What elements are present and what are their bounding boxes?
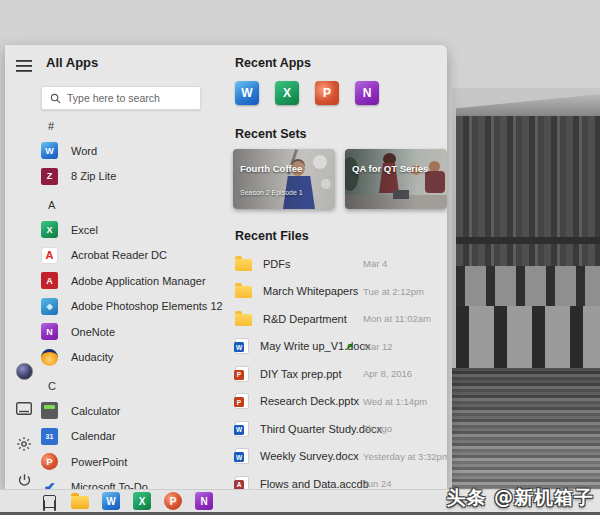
acrobat-icon [41,247,58,264]
file-date: Apr 8, 2016 [363,368,412,379]
powerpoint-icon[interactable] [164,492,183,511]
all-apps-column: All Apps # Word 8 Zip Lite A Excel A [41,45,221,489]
recent-apps-title: Recent Apps [235,56,447,70]
adobe-application-manager-icon [41,272,58,289]
card-overlay [345,149,447,209]
app-item-excel[interactable]: Excel [41,217,221,243]
windows-icon[interactable] [10,492,28,510]
file-row-flows-and-data[interactable]: Flows and Data.accdb Jun 24 [227,470,447,489]
recent-sets-title: Recent Sets [235,127,447,141]
photo-stilts [456,306,600,368]
power-icon[interactable] [13,469,35,489]
section-letter[interactable]: A [48,199,221,213]
access-doc-icon [235,476,249,489]
avatar [16,363,33,380]
set-card-qa-for-qt-series[interactable]: QA for QT Series [345,149,447,209]
app-item-powerpoint[interactable]: PowerPoint [41,449,221,475]
card-subtitle: Season 2 Episode 1 [240,189,303,196]
calendar-icon [41,428,58,445]
section-letter[interactable]: # [48,120,221,134]
app-item-onenote[interactable]: OneNote [41,319,221,345]
file-date: Jun 24 [363,478,392,489]
file-date: Mar 4 [363,258,387,269]
app-item-adobe-application-manager[interactable]: Adobe Application Manager [41,268,221,294]
section-letter[interactable]: C [48,380,221,394]
powerpoint-icon[interactable] [315,81,339,105]
recent-files-title: Recent Files [235,229,447,243]
menu-icon[interactable] [13,55,35,77]
recent-apps-row [235,81,447,105]
task-view-icon[interactable] [40,492,59,511]
file-row-diy-tax-prep[interactable]: DIY Tax prep.ppt Apr 8, 2016 [227,360,447,388]
calculator-icon [41,402,58,419]
recent-column: Recent Apps Recent Sets Fourth Coffee Se… [227,45,447,489]
app-item-word[interactable]: Word [41,138,221,164]
word-icon[interactable] [102,492,121,511]
card-title: Fourth Coffee [240,163,302,174]
recent-files-list: PDFs Mar 4 March Whitepapers Tue at 2:12… [227,250,447,489]
todo-icon [41,479,58,489]
app-item-acrobat-reader[interactable]: Acrobat Reader DC [41,243,221,269]
start-menu-rail [5,45,41,489]
file-row-pdfs[interactable]: PDFs Mar 4 [227,250,447,278]
documents-icon[interactable] [13,397,35,419]
app-item-calendar[interactable]: Calendar [41,424,221,450]
start-menu-panel: All Apps # Word 8 Zip Lite A Excel A [5,45,447,489]
folder-icon [235,259,252,271]
photoshop-elements-icon [41,298,58,315]
card-overlay [233,149,335,209]
search-box[interactable] [41,86,201,110]
file-date: Yesterday at 3:32pm [363,451,447,462]
onenote-icon [41,323,58,340]
settings-icon[interactable] [13,433,35,455]
shared-arrow-icon: ↗ [345,341,353,352]
folder-icon [235,314,252,326]
all-apps-title: All Apps [46,55,221,70]
onenote-icon[interactable] [355,81,379,105]
onenote-icon[interactable] [195,492,214,511]
file-row-research-deck[interactable]: Research Deck.pptx Wed at 1:14pm [227,388,447,416]
audacity-icon [41,349,58,366]
user-avatar[interactable] [13,360,35,382]
set-card-fourth-coffee[interactable]: Fourth Coffee Season 2 Episode 1 [233,149,335,209]
search-icon [50,93,61,104]
file-date: Wed at 1:14pm [363,396,427,407]
card-title: QA for QT Series [352,163,428,174]
app-item-photoshop-elements[interactable]: Adobe Photoshop Elements 12 [41,294,221,320]
word-doc-icon [235,421,249,437]
excel-icon[interactable] [133,492,152,511]
file-date: Tue at 2:12pm [363,286,424,297]
desktop-wallpaper-photo [452,88,600,489]
recent-sets-row: Fourth Coffee Season 2 Episode 1 QA for … [233,149,447,209]
powerpoint-doc-icon [235,393,249,409]
excel-icon [41,221,58,238]
photo-building [456,116,600,266]
desktop: All Apps # Word 8 Zip Lite A Excel A [0,0,600,515]
file-row-third-quarter-study[interactable]: Third Quarter Study.docx 6h ago [227,415,447,443]
file-row-may-write-up[interactable]: May Write up_V1.docx ↗ Mar 12 [227,333,447,361]
app-item-audacity[interactable]: Audacity [41,345,221,371]
excel-icon[interactable] [275,81,299,105]
file-row-march-whitepapers[interactable]: March Whitepapers Tue at 2:12pm [227,278,447,306]
file-date: Mon at 11:02am [363,313,431,324]
powerpoint-icon [41,453,58,470]
word-icon[interactable] [235,81,259,105]
powerpoint-doc-icon [235,366,249,382]
file-date: 6h ago [363,423,392,434]
app-item-calculator[interactable]: Calculator [41,398,221,424]
photo-water [452,368,600,489]
file-row-weekly-survey[interactable]: Weekly Survey.docx Yesterday at 3:32pm [227,443,447,471]
file-explorer-icon[interactable] [71,492,90,511]
watermark-text: 头条 @新机箱子 [446,485,594,511]
file-date: Mar 12 [363,341,393,352]
word-doc-icon [235,338,249,354]
word-doc-icon [235,448,249,464]
word-icon [41,142,58,159]
photo-beams [456,266,600,306]
zip-icon [41,168,58,185]
search-input[interactable] [67,92,187,104]
app-item-microsoft-to-do[interactable]: Microsoft To-Do [41,475,221,490]
folder-icon [235,286,252,298]
file-row-rd-department[interactable]: R&D Department Mon at 11:02am [227,305,447,333]
app-item-8-zip-lite[interactable]: 8 Zip Lite [41,164,221,190]
